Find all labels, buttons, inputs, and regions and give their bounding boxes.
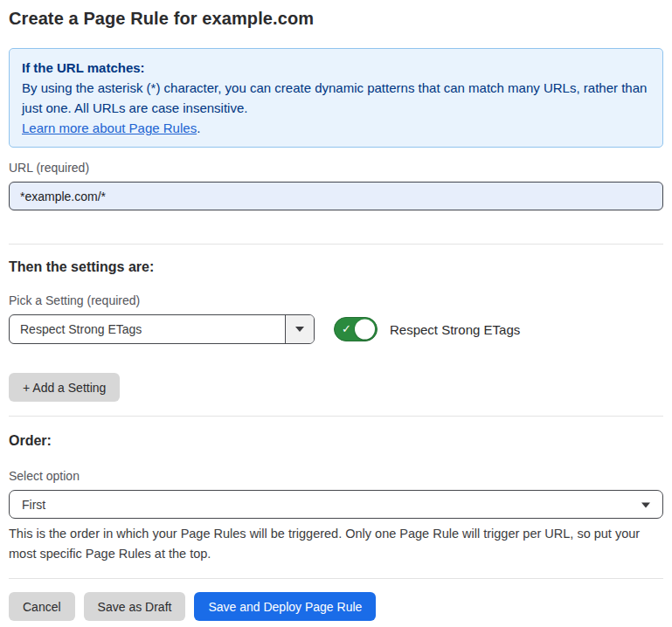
info-box-body: By using the asterisk (*) character, you…: [22, 78, 650, 118]
link-suffix: .: [197, 121, 200, 135]
toggle-knob: [355, 320, 375, 340]
url-input[interactable]: [9, 182, 663, 210]
order-select-value: First: [22, 498, 45, 512]
setting-select[interactable]: Respect Strong ETags: [9, 314, 315, 344]
divider: [9, 578, 663, 579]
cancel-button[interactable]: Cancel: [9, 592, 75, 621]
setting-select-value: Respect Strong ETags: [10, 315, 285, 343]
save-as-draft-button[interactable]: Save as Draft: [84, 592, 186, 621]
divider: [9, 244, 663, 245]
etags-toggle[interactable]: ✓: [334, 317, 378, 341]
order-select[interactable]: First: [9, 490, 663, 519]
info-box-link-line: Learn more about Page Rules.: [22, 118, 650, 138]
page-title: Create a Page Rule for example.com: [9, 9, 663, 29]
info-box-heading: If the URL matches:: [22, 58, 650, 78]
url-match-info-box: If the URL matches: By using the asteris…: [9, 48, 663, 148]
footer-actions: Cancel Save as Draft Save and Deploy Pag…: [9, 592, 663, 621]
url-field-label: URL (required): [9, 161, 663, 175]
chevron-down-icon: [295, 327, 304, 332]
toggle-label: Respect Strong ETags: [390, 322, 520, 337]
pick-setting-label: Pick a Setting (required): [9, 293, 663, 307]
setting-row: Respect Strong ETags ✓ Respect Strong ET…: [9, 314, 663, 344]
add-setting-button[interactable]: + Add a Setting: [9, 373, 120, 402]
order-helper-text: This is the order in which your Page Rul…: [9, 524, 660, 564]
order-section-heading: Order:: [9, 433, 663, 449]
learn-more-link[interactable]: Learn more about Page Rules: [22, 121, 197, 135]
check-icon: ✓: [342, 323, 351, 334]
divider: [9, 416, 663, 417]
settings-section-heading: Then the settings are:: [9, 259, 663, 275]
order-select-label: Select option: [9, 469, 663, 483]
setting-select-arrow-button[interactable]: [285, 315, 314, 343]
save-and-deploy-button[interactable]: Save and Deploy Page Rule: [194, 592, 376, 621]
chevron-down-icon: [641, 502, 650, 507]
